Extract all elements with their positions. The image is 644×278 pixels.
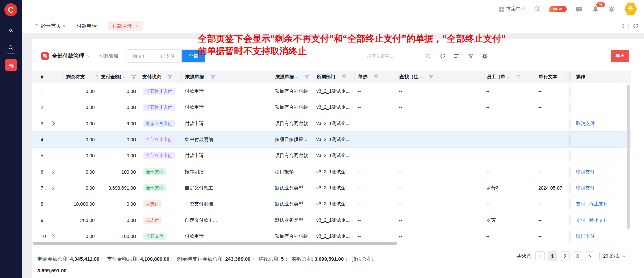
prev-page-button[interactable]: < — [535, 251, 545, 261]
column-header-0[interactable]: # — [32, 71, 62, 83]
cancel-payment-link[interactable]: 取消支付 — [576, 185, 595, 191]
table-row[interactable]: 810,000.000.00未支付工资支付明细默认业务类型v3_2_1测试企..… — [32, 196, 631, 212]
status-badge: 全部终止支付 — [143, 88, 175, 95]
column-header-6[interactable]: 所属部门 — [313, 71, 354, 83]
terminate-payment-link[interactable]: 终止支付 — [589, 201, 608, 207]
page-button-2[interactable]: 2 — [560, 251, 570, 261]
column-header-9[interactable]: 员工（单... — [483, 71, 535, 83]
user-avatar[interactable]: 芳 — [624, 2, 637, 16]
row-number-cell: 6 — [32, 164, 62, 180]
app-logo[interactable]: C — [4, 3, 17, 16]
column-header-2[interactable]: 支付金额(... — [97, 71, 139, 83]
column-filter-icon[interactable] — [342, 75, 346, 79]
column-header-5[interactable]: 来源单据... — [272, 71, 313, 83]
column-filter-icon[interactable] — [211, 75, 215, 79]
row-number-cell: 8 — [32, 196, 62, 212]
cancel-payment-link[interactable]: 取消支付 — [576, 121, 595, 127]
table-row[interactable]: 70.003,698,691.00全部支付自定义付款主...默认业务类型v3_2… — [32, 180, 631, 196]
sidebar-app-payment-icon[interactable] — [5, 59, 17, 71]
chevron-down-icon[interactable]: ∨ — [87, 54, 90, 58]
payment-amount-cell: 100.00 — [97, 164, 139, 180]
chat-icon[interactable] — [575, 5, 583, 13]
page-button-1[interactable]: 1 — [548, 251, 557, 261]
pay-link[interactable]: 支付 — [576, 217, 585, 223]
settings-gear-icon[interactable] — [608, 6, 615, 13]
lookup-cell: -- — [396, 228, 483, 244]
cancel-payment-link[interactable]: 取消支付 — [576, 169, 595, 175]
summary-label: 实数总和: — [291, 256, 314, 262]
expand-row-icon[interactable] — [52, 186, 55, 190]
close-tab-icon[interactable]: × — [136, 23, 139, 29]
table-row[interactable]: 9200.000.00未支付自定义付款主...默认业务类型v3_2_1测试企..… — [32, 212, 631, 228]
pay-link[interactable]: 支付 — [576, 201, 585, 207]
table-row[interactable]: 10.000.00全部终止支付付款申请项目有合同付款v3_2_1测试企...--… — [32, 83, 631, 99]
sidebar-search-button[interactable] — [5, 42, 17, 54]
column-filter-icon[interactable] — [305, 75, 309, 79]
actions-cell: 支付终止支付 — [571, 212, 626, 228]
collapse-sidebar-button[interactable]: « — [0, 26, 22, 34]
radio-cell: -- — [354, 99, 396, 115]
search-icon[interactable] — [425, 53, 431, 59]
export-button[interactable]: 导出 — [611, 50, 629, 62]
column-header-actions: 操作 — [571, 71, 626, 83]
nav-label-payment-management[interactable]: 付款管理 — [100, 53, 118, 59]
tab-payment-request[interactable]: 付款申请 — [77, 23, 97, 29]
text-cell: -- — [535, 212, 571, 228]
solution-center-button[interactable]: 方案中心 — [498, 6, 525, 12]
table-row[interactable]: 60.00100.00全部支付报销明细项目报销v3_2_1测试企...-----… — [32, 164, 631, 180]
filter-tab-已支付[interactable]: 已支付 — [154, 50, 181, 62]
column-label: 员工（单... — [487, 74, 509, 80]
column-header-3[interactable]: 支付状态 — [139, 71, 181, 83]
page-button-3[interactable]: 3 — [573, 251, 582, 261]
expand-row-icon[interactable] — [52, 170, 55, 174]
vertical-scrollbar[interactable] — [627, 85, 630, 229]
horizontal-scrollbar[interactable] — [33, 242, 397, 245]
page-size-select[interactable]: 20 条/页 ∨ — [599, 251, 629, 261]
tab-home[interactable]: 经营首页 ∨ — [34, 23, 65, 29]
refresh-tabs-icon[interactable] — [633, 23, 639, 29]
row-density-icon[interactable] — [454, 53, 460, 59]
column-header-4[interactable]: 来源单据 — [181, 71, 272, 83]
payment-amount-cell: 0.00 — [97, 132, 139, 147]
payment-status-cell: 全部支付 — [139, 180, 181, 196]
column-label: 来源单据... — [275, 74, 298, 80]
search-icon[interactable] — [534, 6, 541, 12]
column-header-1[interactable]: 剩余待支... — [62, 71, 97, 83]
new-badge[interactable]: NEW — [549, 6, 567, 12]
payment-status-cell: 未支付 — [139, 196, 181, 212]
column-filter-icon[interactable] — [516, 75, 521, 79]
table-row[interactable]: 30.009.00剩余不再支付付款申请项目有合同付款v3_2_1测试企...--… — [32, 115, 631, 132]
filter-tab-待支付[interactable]: 待支付 — [126, 50, 154, 62]
cancel-payment-link[interactable]: 取消支付 — [576, 233, 595, 239]
column-label: # — [41, 74, 43, 80]
table-row[interactable]: 20.000.00全部终止支付付款申请项目有合同付款v3_2_1测试企...--… — [32, 99, 631, 115]
notification-bell-icon[interactable]: 93 — [592, 5, 599, 13]
column-header-10[interactable]: 单行文本 — [535, 71, 571, 83]
refresh-icon[interactable] — [440, 53, 446, 59]
app-window: C « 方案中心 NEW — [0, 0, 644, 278]
status-badge: 全部终止支付 — [143, 136, 175, 143]
terminate-payment-link[interactable]: 终止支付 — [589, 217, 608, 223]
search-input[interactable] — [367, 54, 425, 59]
column-filter-icon[interactable] — [429, 75, 433, 79]
row-number-cell: 9 — [32, 212, 62, 228]
table-row[interactable]: 50.000.00全部终止支付付款申请项目有合同付款v3_2_1测试企...--… — [32, 148, 631, 164]
radio-cell: -- — [354, 180, 396, 196]
source-doc-cell: 付款申请 — [181, 99, 272, 115]
table-row[interactable]: 40.000.00全部终止支付集中付款明细多项目多供应...v3_2_1测试企.… — [32, 132, 631, 148]
table-settings-gear-icon[interactable] — [482, 53, 488, 59]
column-filter-icon[interactable] — [374, 75, 378, 79]
column-filter-icon[interactable] — [168, 75, 172, 79]
column-filter-icon[interactable] — [132, 75, 136, 79]
next-page-button[interactable]: > — [585, 251, 594, 261]
summary-separator: ； — [67, 268, 72, 273]
column-header-8[interactable]: 查找（往... — [396, 71, 483, 83]
tab-payment-management[interactable]: 付款管理 × — [108, 21, 143, 31]
filter-tab-全部[interactable]: 全部 — [181, 50, 205, 62]
filter-icon[interactable] — [468, 53, 474, 59]
text-cell: -- — [535, 99, 571, 115]
column-header-7[interactable]: 单选 — [354, 71, 396, 83]
expand-row-icon[interactable] — [52, 234, 55, 238]
view-title[interactable]: 全部付款管理 — [52, 53, 84, 60]
expand-row-icon[interactable] — [52, 121, 55, 126]
